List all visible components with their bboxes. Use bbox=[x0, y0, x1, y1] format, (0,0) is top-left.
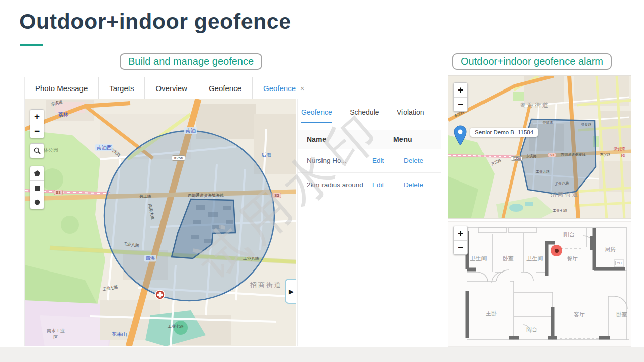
outdoor-map-canvas bbox=[25, 99, 296, 346]
chevron-right-icon: ▶ bbox=[289, 288, 294, 295]
room-label-bathroom-2: 卫生间 bbox=[527, 255, 543, 262]
panel-tab-schedule[interactable]: Schedule bbox=[350, 108, 379, 122]
map-badge-s3-left: S3 bbox=[54, 190, 63, 195]
bottom-strip bbox=[0, 347, 644, 362]
outdoor-map[interactable]: 荔林 东滨路 东滨路 林公园 南油西 南油 后海 X256 S3 兴工路 西部通… bbox=[25, 99, 296, 346]
room-label-living-room: 客厅 bbox=[574, 311, 585, 318]
device-pin-label: Senior Demo B -11584 bbox=[470, 128, 538, 137]
draw-circle-icon[interactable] bbox=[30, 195, 44, 209]
room-label-balcony-bottom: 阳台 bbox=[526, 326, 537, 333]
edit-link[interactable]: Edit bbox=[372, 181, 404, 189]
badge-geofence-alarm: Outdoor+indoor geofence alarm bbox=[452, 53, 612, 70]
map-label-linpark: 林公园 bbox=[43, 147, 58, 154]
map-label-gongyeba-2: 工业八路 bbox=[243, 256, 259, 261]
tab-geofence-active-label: Geofence bbox=[263, 84, 296, 93]
zoom-out-button[interactable]: − bbox=[454, 240, 467, 254]
room-label-dining: 餐厅 bbox=[567, 255, 578, 262]
indoor-position-marker[interactable] bbox=[551, 245, 562, 256]
close-tab-icon[interactable]: × bbox=[300, 84, 304, 93]
room-label-bathroom-1: 卫生间 bbox=[470, 255, 487, 262]
map-label-gongyeqi-2: 工业七路 bbox=[168, 324, 184, 329]
geofence-name: 2km radius around bbox=[307, 181, 367, 189]
tab-targets[interactable]: Targets bbox=[99, 77, 145, 99]
table-row: Nursing Ho... Edit Delete bbox=[298, 149, 441, 173]
tab-geofence-active[interactable]: Geofence× bbox=[253, 77, 315, 99]
map-label-zhaoshang: 招商街道 bbox=[551, 191, 579, 198]
room-label-balcony-top: 阳台 bbox=[564, 231, 575, 238]
room-label-master-bedroom: 主卧 bbox=[486, 310, 497, 317]
map-label-huaguoshan: 花果山 bbox=[112, 331, 127, 338]
floorplan-canvas bbox=[448, 222, 631, 347]
floorplan-zoom-control: + − bbox=[453, 226, 468, 255]
column-header-menu: Menu bbox=[393, 135, 412, 143]
geofence-alarm-window: 粤海街道 登良路 登良路 东滨路 X256 东滨路 S3 西部通道侧接线 东滨路… bbox=[448, 75, 631, 347]
map-label-dongbin-2: 东滨路 bbox=[526, 154, 537, 159]
map-label-xibutongdao: 西部通道滨海填海线 bbox=[188, 193, 224, 198]
column-header-name: Name bbox=[307, 135, 372, 143]
table-header: Name Menu bbox=[298, 130, 441, 149]
room-label-bedroom-1: 卧室 bbox=[503, 255, 514, 262]
draw-polygon-icon[interactable] bbox=[30, 166, 44, 180]
map-label-sihai: 四海 bbox=[144, 255, 156, 262]
map-label-nanyou: 南油 bbox=[184, 127, 197, 134]
map-label-nanyouxi: 南油西 bbox=[95, 144, 113, 151]
room-label-kitchen: 厨房 bbox=[605, 246, 616, 253]
title-underline bbox=[20, 44, 43, 46]
panel-tab-geofence[interactable]: Geofence bbox=[301, 108, 332, 123]
map-label-xinggong: 兴工路 bbox=[139, 194, 151, 199]
badge-build-manage-geofence: Build and manage geofence bbox=[120, 53, 262, 70]
map-label-zhaoshang: 招商街道 bbox=[250, 281, 282, 290]
panel-collapse-button[interactable]: ▶ bbox=[285, 279, 296, 304]
map-label-xibutongdao: 西部通道侧接线 bbox=[561, 152, 586, 157]
zoom-in-button[interactable]: + bbox=[30, 110, 44, 124]
map-label-dengliang-1: 登良路 bbox=[543, 120, 553, 125]
map-badge-s3-right: S3 bbox=[272, 193, 281, 198]
device-pin-icon[interactable] bbox=[453, 125, 467, 148]
draw-rectangle-icon[interactable] bbox=[30, 180, 44, 195]
search-icon[interactable] bbox=[30, 144, 44, 158]
map-label-shenzhenwan: 深圳湾 bbox=[614, 147, 625, 152]
edit-link[interactable]: Edit bbox=[372, 157, 404, 164]
zoom-in-button[interactable]: + bbox=[454, 83, 467, 97]
geofence-panel: Geofence Schedule Violation Name Menu Nu… bbox=[297, 99, 441, 346]
alarm-map-canvas bbox=[448, 76, 631, 219]
delete-link[interactable]: Delete bbox=[404, 181, 434, 189]
map-label-lilin: 荔林 bbox=[58, 111, 68, 118]
map-search-control bbox=[30, 143, 44, 158]
map-label-yuehai: 粤海街道 bbox=[520, 101, 550, 110]
map-label-gongyejiu: 工业九路 bbox=[536, 169, 550, 174]
map-label-93: 93 bbox=[621, 153, 625, 158]
draw-tools bbox=[30, 166, 44, 209]
tab-photo-message[interactable]: Photo Message bbox=[25, 77, 99, 99]
map-zoom-control: + − bbox=[30, 109, 44, 138]
tab-bar: Photo Message Targets Overview Geofence … bbox=[25, 77, 441, 99]
zoom-out-button[interactable]: − bbox=[454, 97, 467, 111]
indoor-floorplan[interactable]: 卫生间 卧室 卫生间 阳台 餐厅 厨房 YD 主卧 阳台 客厅 卧室 + − bbox=[448, 221, 631, 347]
map-label-nanshui: 南水工业区 bbox=[45, 328, 67, 341]
geofence-name: Nursing Ho... bbox=[307, 157, 367, 164]
map-label-dongbin-3: 东滨路 bbox=[600, 152, 611, 157]
page: Outdoor+indoor geofence Build and manage… bbox=[0, 0, 644, 362]
hospital-icon bbox=[155, 290, 165, 299]
panel-tabs: Geofence Schedule Violation bbox=[298, 99, 441, 123]
map-badge-s3: S3 bbox=[548, 153, 556, 157]
room-label-bedroom-2: 卧室 bbox=[616, 311, 627, 318]
map-badge-x256: X256 bbox=[511, 156, 523, 161]
page-title: Outdoor+indoor geofence bbox=[19, 9, 291, 34]
map-label-gongyeqi: 工业七路 bbox=[553, 208, 567, 213]
map-badge-x256: X256 bbox=[172, 155, 185, 161]
alarm-map-zoom-control: + − bbox=[453, 82, 468, 112]
zoom-out-button[interactable]: − bbox=[30, 124, 44, 138]
panel-tab-violation[interactable]: Violation bbox=[397, 108, 424, 122]
delete-link[interactable]: Delete bbox=[404, 157, 434, 164]
tab-geofence[interactable]: Geofence bbox=[198, 77, 253, 99]
map-label-houhai: 后海 bbox=[261, 152, 271, 159]
zoom-in-button[interactable]: + bbox=[454, 226, 467, 240]
table-row: 2km radius around Edit Delete bbox=[298, 173, 441, 197]
geofence-manage-window: Photo Message Targets Overview Geofence … bbox=[24, 77, 440, 346]
tab-overview[interactable]: Overview bbox=[145, 77, 198, 99]
alarm-outdoor-map[interactable]: 粤海街道 登良路 登良路 东滨路 X256 东滨路 S3 西部通道侧接线 东滨路… bbox=[448, 75, 631, 219]
map-label-dengliang-2: 登良路 bbox=[581, 122, 592, 127]
floorplan-tag: YD bbox=[615, 261, 623, 265]
